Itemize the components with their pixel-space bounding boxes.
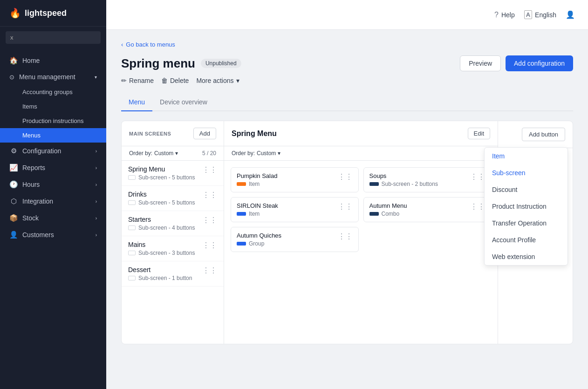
dropdown-item-transfer-operation[interactable]: Transfer Operation <box>485 215 567 232</box>
spring-item-soups-content: Soups Sub-screen - 2 buttons <box>369 172 438 187</box>
add-configuration-button[interactable]: Add configuration <box>506 55 573 71</box>
dropdown-item-web-extension[interactable]: Web extension <box>485 248 567 265</box>
spring-item-autumn-quiches[interactable]: Autumn Quiches Group ⋮⋮ <box>231 227 359 252</box>
screen-item-drinks-desc: Sub-screen - 5 buttons <box>138 199 195 206</box>
spring-item-pumpkin-salad-content: Pumpkin Salad Item <box>237 172 277 187</box>
drag-handle-pumpkin-icon[interactable]: ⋮⋮ <box>338 172 353 181</box>
breadcrumb[interactable]: ‹ Go back to menus <box>121 41 573 48</box>
home-icon: 🏠 <box>9 56 18 65</box>
screen-item-spring-menu-content: Spring Menu Sub-screen - 5 buttons <box>128 165 195 181</box>
logo-icon: 🔥 <box>9 7 21 19</box>
drag-handle-autumn-quiches-icon[interactable]: ⋮⋮ <box>338 232 353 241</box>
sidebar-item-hours[interactable]: 🕐 Hours › <box>0 176 106 193</box>
screen-item-mains-content: Mains Sub-screen - 3 buttons <box>128 241 195 256</box>
screen-item-starters[interactable]: Starters Sub-screen - 4 buttons ⋮⋮ <box>122 211 224 236</box>
add-screen-button[interactable]: Add <box>193 128 216 139</box>
screen-item-drinks-content: Drinks Sub-screen - 5 buttons <box>128 191 195 206</box>
sidebar-nav: 🏠 Home ⊙ Menu management ▾ Accounting gr… <box>0 48 106 389</box>
sidebar-search-bar[interactable]: x <box>6 31 101 44</box>
sidebar-item-accounting-groups[interactable]: Accounting groups <box>0 85 106 99</box>
dropdown-item-web-extension-label: Web extension <box>492 253 535 260</box>
spring-item-soups-desc: Sub-screen - 2 buttons <box>382 181 438 187</box>
screen-item-mains[interactable]: Mains Sub-screen - 3 buttons ⋮⋮ <box>122 236 224 261</box>
screen-item-drinks[interactable]: Drinks Sub-screen - 5 buttons ⋮⋮ <box>122 186 224 211</box>
sidebar-item-home-label: Home <box>22 57 40 64</box>
sidebar-item-configuration[interactable]: ⚙ Configuration › <box>0 143 106 159</box>
sidebar: 🔥 lightspeed x 🏠 Home ⊙ Menu management … <box>0 0 106 389</box>
tab-device-overview[interactable]: Device overview <box>152 94 215 111</box>
dropdown-item-item[interactable]: Item <box>485 148 567 164</box>
drag-handle-starters-icon[interactable]: ⋮⋮ <box>202 216 217 225</box>
drag-handle-sirloin-icon[interactable]: ⋮⋮ <box>338 202 353 211</box>
drag-handle-autumn-menu-icon[interactable]: ⋮⋮ <box>470 202 485 211</box>
main-screens-header: MAIN SCREENS Add <box>122 121 224 146</box>
main-screens-title: MAIN SCREENS <box>129 131 171 136</box>
stock-icon: 📦 <box>9 214 18 222</box>
add-button-area: Add button <box>498 121 573 148</box>
spring-item-soups-sub: Sub-screen - 2 buttons <box>369 181 438 187</box>
spring-item-pumpkin-salad-name: Pumpkin Salad <box>237 172 277 179</box>
more-actions-label: More actions <box>196 77 233 84</box>
sidebar-item-items[interactable]: Items <box>0 99 106 114</box>
edit-spring-menu-button[interactable]: Edit <box>468 128 490 139</box>
configuration-icon: ⚙ <box>9 147 18 155</box>
delete-action[interactable]: 🗑 Delete <box>161 77 189 84</box>
screen-item-drinks-sub: Sub-screen - 5 buttons <box>128 199 195 206</box>
chevron-right-icon: › <box>96 149 97 154</box>
tab-menu[interactable]: Menu <box>121 94 152 111</box>
spring-sort-dropdown[interactable]: Custom ▾ <box>257 150 280 157</box>
drag-handle-dessert-icon[interactable]: ⋮⋮ <box>202 266 217 275</box>
preview-button[interactable]: Preview <box>460 55 501 71</box>
chevron-down-icon: ▾ <box>95 75 97 80</box>
drag-handle-drinks-icon[interactable]: ⋮⋮ <box>202 191 217 199</box>
help-button[interactable]: ? Help <box>494 11 515 19</box>
sort-dropdown[interactable]: Custom ▾ <box>154 150 178 157</box>
search-close-icon[interactable]: x <box>10 34 14 41</box>
menu-management-icon: ⊙ <box>9 74 14 81</box>
sidebar-item-stock[interactable]: 📦 Stock › <box>0 210 106 226</box>
rename-label: Rename <box>129 77 154 84</box>
dropdown-item-account-profile[interactable]: Account Profile <box>485 232 567 248</box>
spring-item-soups[interactable]: Soups Sub-screen - 2 buttons ⋮⋮ <box>363 167 492 192</box>
user-menu[interactable]: 👤 <box>566 10 575 19</box>
spring-item-autumn-menu-sub: Combo <box>369 211 407 217</box>
screen-item-starters-name: Starters <box>128 216 195 223</box>
spring-item-autumn-quiches-sub: Group <box>237 240 281 247</box>
sidebar-item-menus[interactable]: Menus <box>0 128 106 143</box>
dropdown-item-product-instruction-label: Product Instruction <box>492 203 547 210</box>
screen-item-spring-menu[interactable]: Spring Menu Sub-screen - 5 buttons ⋮⋮ <box>122 161 224 186</box>
sort-left: Order by: Custom ▾ <box>129 150 178 157</box>
rename-action[interactable]: ✏ Rename <box>121 77 154 84</box>
reports-icon: 📈 <box>9 164 18 172</box>
screen-item-dessert[interactable]: Dessert Sub-screen - 1 button ⋮⋮ <box>122 261 224 287</box>
dropdown-item-product-instruction[interactable]: Product Instruction <box>485 198 567 215</box>
nav-group-menu-management: ⊙ Menu management ▾ Accounting groups It… <box>0 69 106 143</box>
sidebar-item-customers[interactable]: 👤 Customers › <box>0 226 106 243</box>
sidebar-item-integration[interactable]: ⬡ Integration › <box>0 193 106 210</box>
sidebar-item-production-instructions[interactable]: Production instructions <box>0 114 106 128</box>
drag-handle-soups-icon[interactable]: ⋮⋮ <box>470 172 485 181</box>
sidebar-item-home[interactable]: 🏠 Home <box>0 52 106 69</box>
spring-item-autumn-menu[interactable]: Autumn Menu Combo ⋮⋮ <box>363 197 492 222</box>
sidebar-item-reports[interactable]: 📈 Reports › <box>0 159 106 176</box>
spring-item-autumn-quiches-name: Autumn Quiches <box>237 232 281 239</box>
drag-handle-mains-icon[interactable]: ⋮⋮ <box>202 241 217 250</box>
main-screens-sort: Order by: Custom ▾ 5 / 20 <box>122 146 224 161</box>
customers-icon: 👤 <box>9 231 18 239</box>
drag-handle-icon[interactable]: ⋮⋮ <box>202 165 217 174</box>
spring-item-sirloin[interactable]: SIRLOIN Steak Item ⋮⋮ <box>231 197 359 222</box>
add-button-btn[interactable]: Add button <box>522 128 565 141</box>
sidebar-item-menu-management-label: Menu management <box>19 73 75 81</box>
screen-item-spring-menu-name: Spring Menu <box>128 165 195 173</box>
spring-item-pumpkin-salad[interactable]: Pumpkin Salad Item ⋮⋮ <box>231 167 359 192</box>
more-actions[interactable]: More actions ▾ <box>196 77 239 84</box>
spring-item-sirloin-content: SIRLOIN Steak Item <box>237 202 278 217</box>
chevron-right-reports-icon: › <box>96 165 97 171</box>
dropdown-item-sub-screen[interactable]: Sub-screen <box>485 164 567 181</box>
tab-device-overview-label: Device overview <box>160 98 207 106</box>
dropdown-item-discount[interactable]: Discount <box>485 181 567 198</box>
sidebar-item-items-label: Items <box>22 103 37 110</box>
language-selector[interactable]: A English <box>524 10 556 19</box>
main-area: ? Help A English 👤 ‹ Go back to menus Sp… <box>106 0 588 389</box>
sidebar-item-menu-management[interactable]: ⊙ Menu management ▾ <box>0 69 106 85</box>
